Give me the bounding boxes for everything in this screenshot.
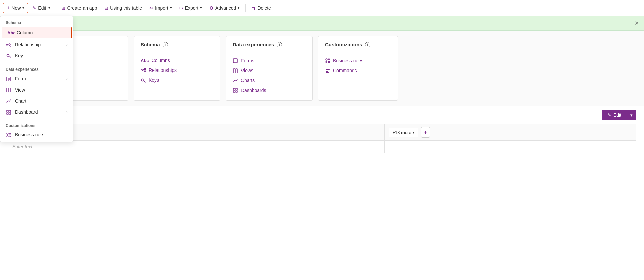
empty-cell <box>385 141 636 153</box>
edit-dropdown-chevron-icon: ▾ <box>630 113 633 118</box>
edit-label: Edit <box>38 5 46 11</box>
business-rules-label: Business rules <box>333 58 363 63</box>
data-exp-info-icon[interactable]: i <box>277 42 282 47</box>
advanced-button[interactable]: ⚙ Advanced ▾ <box>206 4 243 12</box>
menu-item-form[interactable]: Form › <box>0 73 73 84</box>
columns-label: Columns <box>152 58 170 63</box>
create-app-label: Create an app <box>67 5 97 11</box>
edit-button-label: Edit <box>613 112 621 118</box>
export-button[interactable]: ↦ Export ▾ <box>176 4 205 12</box>
delete-button[interactable]: 🗑 Delete <box>248 4 274 12</box>
relationship-icon <box>6 42 12 47</box>
svg-rect-12 <box>7 110 8 112</box>
svg-point-24 <box>144 68 146 70</box>
export-icon: ↦ <box>179 5 183 11</box>
commands-label: Commands <box>333 68 357 73</box>
edit-button[interactable]: ✎ Edit ▾ <box>29 4 54 12</box>
commands-link[interactable]: Commands <box>325 65 391 75</box>
new-button[interactable]: + New ▾ <box>3 3 28 13</box>
svg-rect-37 <box>233 91 235 92</box>
notification-close-icon[interactable]: × <box>635 19 639 27</box>
svg-point-17 <box>9 133 11 134</box>
using-table-icon: ⊟ <box>104 5 108 11</box>
create-app-button[interactable]: ⊞ Create an app <box>58 4 100 12</box>
add-col-icon: + <box>424 129 427 135</box>
import-chevron-icon: ▾ <box>170 6 172 10</box>
menu-item-column[interactable]: Abc Column <box>2 27 72 38</box>
column-label: Column <box>17 30 33 35</box>
custom-info-icon[interactable]: i <box>365 42 370 47</box>
export-chevron-icon: ▾ <box>200 6 202 10</box>
menu-item-relationship[interactable]: Relationship › <box>0 39 73 50</box>
enter-text-placeholder: Enter text <box>12 144 32 149</box>
more-cols-chevron-icon: ▾ <box>413 130 415 135</box>
table-section: columns and data ✎ Edit ▾ Abc <box>0 106 644 280</box>
svg-rect-33 <box>233 69 235 73</box>
svg-line-26 <box>142 69 144 71</box>
table-toolbar: columns and data ✎ Edit ▾ <box>0 106 644 124</box>
charts-icon <box>233 78 238 83</box>
menu-item-dashboard[interactable]: Dashboard › <box>0 106 73 117</box>
more-cols-button[interactable]: +18 more ▾ <box>389 128 418 137</box>
forms-link[interactable]: Forms <box>233 56 306 65</box>
menu-item-key[interactable]: Key <box>0 50 73 61</box>
dashboard-icon <box>6 109 12 115</box>
delete-icon: 🗑 <box>251 5 256 11</box>
view-label: View <box>15 87 25 93</box>
enter-text-cell[interactable]: Enter text <box>8 141 385 153</box>
relationships-link[interactable]: Relationships <box>141 65 213 75</box>
svg-point-25 <box>144 71 146 72</box>
form-chevron-icon: › <box>66 76 68 81</box>
columns-link[interactable]: Abc Columns <box>141 56 213 65</box>
menu-item-chart[interactable]: Chart <box>0 95 73 106</box>
business-rule-label: Business rule <box>15 132 43 137</box>
svg-rect-34 <box>236 69 237 73</box>
data-exp-card-header: Data experiences i <box>233 42 306 51</box>
key-icon <box>6 53 12 58</box>
dashboards-link[interactable]: Dashboards <box>233 85 306 95</box>
views-label: Views <box>241 68 253 73</box>
schema-card: Schema i Abc Columns Relationships <box>134 36 220 101</box>
view-icon <box>6 87 12 93</box>
schema-header-label: Schema <box>141 42 160 47</box>
divider-2 <box>245 4 246 12</box>
svg-point-40 <box>328 59 330 60</box>
advanced-chevron-icon: ▾ <box>238 6 240 10</box>
relationships-label: Relationships <box>149 67 177 73</box>
divider-1 <box>56 4 56 12</box>
svg-line-3 <box>8 44 10 45</box>
main-content: ✔ DropboxFiles × ⚙ Properties 🔧 Tools ▾ … <box>0 16 644 280</box>
table-row: Enter text <box>8 141 636 153</box>
svg-rect-10 <box>7 88 8 92</box>
menu-item-view[interactable]: View <box>0 84 73 95</box>
edit-main-button[interactable]: ✎ Edit <box>602 110 627 120</box>
business-rules-link[interactable]: Business rules <box>325 56 391 65</box>
edit-dropdown-button[interactable]: ▾ <box>627 110 636 120</box>
edit-chevron-icon: ▾ <box>48 6 50 10</box>
relationship-label: Relationship <box>15 42 41 47</box>
keys-link[interactable]: Keys <box>141 75 213 85</box>
columns-icon: Abc <box>141 58 149 63</box>
menu-item-business-rule[interactable]: Business rule <box>0 129 73 140</box>
views-link[interactable]: Views <box>233 65 306 75</box>
custom-card-header: Customizations i <box>325 42 391 51</box>
chart-icon <box>6 98 12 104</box>
using-table-label: Using this table <box>110 5 142 11</box>
svg-rect-47 <box>326 72 329 73</box>
svg-point-18 <box>7 136 8 137</box>
using-table-button[interactable]: ⊟ Using this table <box>101 4 145 12</box>
data-experiences-card: Data experiences i Forms <box>226 36 313 101</box>
notification-bar: ✔ DropboxFiles × <box>0 16 644 31</box>
charts-link[interactable]: Charts <box>233 76 306 85</box>
import-label: Import <box>155 5 168 11</box>
svg-point-22 <box>9 136 11 137</box>
schema-info-icon[interactable]: i <box>163 42 168 47</box>
table-header-row: Abc File identifier * ↑ ▾ +18 more <box>8 124 636 141</box>
custom-header-label: Customizations <box>325 42 362 47</box>
keys-icon <box>141 77 146 83</box>
import-button[interactable]: ↤ Import ▾ <box>146 4 175 12</box>
svg-rect-14 <box>7 113 8 114</box>
add-column-button[interactable]: + <box>421 127 430 138</box>
svg-rect-36 <box>236 88 237 90</box>
svg-rect-45 <box>326 69 330 70</box>
